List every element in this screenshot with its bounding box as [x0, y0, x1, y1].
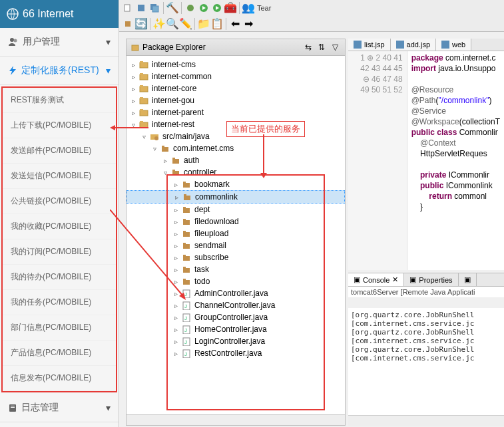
svg-rect-27 [140, 121, 143, 123]
folder-icon [149, 131, 160, 142]
pencil-icon[interactable]: ✏️ [180, 18, 192, 30]
svg-rect-67 [396, 41, 404, 49]
save-icon[interactable] [135, 2, 147, 14]
line-gutter: 1 ⊕ 2 40 41 42 43 44 45 ⊖ 46 47 48 49 50… [348, 51, 407, 270]
editor-tab[interactable]: list.jsp [348, 39, 391, 51]
svg-point-10 [187, 5, 194, 11]
tree-label: internet-rest [152, 120, 194, 129]
tree-node[interactable]: ▹internet-core [126, 82, 345, 94]
twisty-icon[interactable]: ▹ [129, 96, 137, 104]
twisty-icon[interactable]: ▿ [150, 144, 158, 152]
team-icon[interactable]: 👥 [242, 2, 254, 14]
twisty-icon[interactable]: ▿ [140, 132, 148, 140]
editor-body[interactable]: 1 ⊕ 2 40 41 42 43 44 45 ⊖ 46 47 48 49 50… [348, 51, 504, 270]
svg-point-29 [154, 136, 158, 140]
console-output[interactable]: [org.quartz.core.JobRunShell [com.intern… [348, 308, 504, 415]
nav-label: 定制化服务(REST) [21, 65, 99, 76]
folder-icon [138, 59, 149, 70]
console-tab[interactable]: ▣Console ✕ [348, 273, 404, 286]
collapse-all-icon[interactable]: ⇆ [302, 41, 314, 53]
team-label: Tear [257, 4, 271, 12]
sidebar-item-5[interactable]: 我的收藏(PC/MOBILE) [3, 214, 116, 239]
svg-rect-18 [140, 74, 148, 80]
project-tree[interactable]: 当前已提供的服务 ▹internet-cms▹internet-common▹i… [126, 56, 345, 414]
forward-icon[interactable]: ➡ [242, 18, 254, 30]
chevron-down-icon: ▾ [106, 65, 111, 76]
main-toolbar: 🔨 🧰 👥 Tear 🔄 ✨ 🔍 ✏️ 📁 📋 ⬅ ➡ [119, 0, 504, 32]
sidebar-item-11[interactable]: 信息发布(PC/MOBILE) [3, 366, 116, 391]
scrollbar-horizontal[interactable] [126, 414, 345, 425]
sidebar-item-10[interactable]: 产品信息(PC/MOBILE) [3, 341, 116, 366]
console-icon: ▣ [409, 275, 416, 284]
tab-label: web [452, 41, 465, 49]
sidebar-item-1[interactable]: 上传下载(PC/MOBILE) [3, 113, 116, 138]
nav-log-mgmt[interactable]: 日志管理 ▾ [0, 394, 119, 422]
tree-label: internet-core [152, 84, 196, 93]
tree-node[interactable]: ▹internet-gou [126, 94, 345, 106]
twisty-icon[interactable]: ▹ [129, 84, 137, 92]
tree-label: src/main/java [162, 132, 210, 141]
editor-area: list.jspadd.jspweb 1 ⊕ 2 40 41 42 43 44 … [348, 39, 504, 426]
tab-label: Console [363, 276, 389, 284]
brand-title: 66 Internet [23, 8, 74, 20]
twisty-icon[interactable]: ▹ [129, 72, 137, 80]
nav-custom-svc[interactable]: 定制化服务(REST) ▾ [0, 57, 119, 85]
sidebar-item-7[interactable]: 我的待办(PC/MOBILE) [3, 265, 116, 290]
editor-tab[interactable]: web [436, 39, 471, 51]
tree-node[interactable]: ▹auth [126, 154, 345, 166]
tab-label: list.jsp [364, 41, 385, 49]
console-tab-extra[interactable]: ▣ [459, 273, 477, 286]
folder-icon[interactable]: 📁 [198, 18, 210, 30]
twisty-icon[interactable]: ▿ [129, 120, 137, 128]
wand-icon[interactable]: ✨ [153, 18, 165, 30]
sidebar-item-6[interactable]: 我的订阅(PC/MOBILE) [3, 239, 116, 265]
sidebar: 66 Internet 用户管理 ▾ 定制化服务(REST) ▾ REST服务测… [0, 0, 119, 427]
tree-node[interactable]: ▹internet-cms [126, 59, 345, 71]
sidebar-item-4[interactable]: 公共链接(PC/MOBILE) [3, 189, 116, 214]
package-icon[interactable] [122, 18, 134, 30]
globe-icon [7, 8, 23, 20]
editor-tab[interactable]: add.jsp [391, 39, 436, 51]
view-menu-icon[interactable]: ▽ [329, 41, 341, 53]
run-icon[interactable] [198, 2, 210, 14]
sidebar-item-2[interactable]: 发送邮件(PC/MOBILE) [3, 138, 116, 164]
sidebar-item-0[interactable]: REST服务测试 [3, 88, 116, 113]
twisty-icon[interactable]: ▹ [129, 108, 137, 116]
console-tab[interactable]: ▣Properties [404, 273, 458, 286]
tree-label: com.internet.cms [173, 144, 234, 153]
back-icon[interactable]: ⬅ [229, 18, 241, 30]
tree-node[interactable]: ▹internet-parent [126, 106, 345, 118]
eclipse-ide: 🔨 🧰 👥 Tear 🔄 ✨ 🔍 ✏️ 📁 📋 ⬅ ➡ Package Expl… [119, 0, 504, 427]
sidebar-item-9[interactable]: 部门信息(PC/MOBILE) [3, 315, 116, 341]
brand-header: 66 Internet [0, 0, 119, 28]
search-icon[interactable]: 🔍 [166, 18, 178, 30]
svg-rect-6 [125, 5, 130, 11]
save-all-icon[interactable] [148, 2, 160, 14]
sidebar-item-3[interactable]: 发送短信(PC/MOBILE) [3, 164, 116, 189]
twisty-icon[interactable]: ▹ [161, 156, 169, 164]
refresh-icon[interactable]: 🔄 [135, 18, 147, 30]
svg-rect-25 [140, 109, 143, 111]
ext-tools-icon[interactable]: 🧰 [224, 2, 236, 14]
new-icon[interactable] [122, 2, 134, 14]
twisty-icon[interactable]: ▹ [129, 61, 137, 69]
folder-icon [138, 95, 149, 106]
svg-rect-32 [172, 159, 179, 164]
folder-icon [160, 143, 170, 154]
debug-icon[interactable] [184, 2, 196, 14]
svg-rect-14 [132, 45, 138, 51]
tree-node[interactable]: ▹internet-common [126, 71, 345, 82]
run-ext-icon[interactable] [211, 2, 223, 14]
code-content[interactable]: package com.internet.c import java.io.Un… [407, 51, 504, 270]
scrollbar-horizontal[interactable] [348, 415, 504, 426]
svg-rect-17 [140, 61, 143, 63]
hammer-icon[interactable]: 🔨 [166, 2, 178, 14]
task-icon[interactable]: 📋 [211, 18, 223, 30]
menu-items-box: REST服务测试上传下载(PC/MOBILE)发送邮件(PC/MOBILE)发送… [1, 86, 117, 392]
tree-node[interactable]: ▿com.internet.cms [126, 142, 345, 154]
svg-rect-4 [11, 406, 15, 406]
nav-user-mgmt[interactable]: 用户管理 ▾ [0, 28, 119, 57]
link-editor-icon[interactable]: ⇅ [316, 41, 328, 53]
svg-rect-3 [9, 404, 16, 412]
sidebar-item-8[interactable]: 我的任务(PC/MOBILE) [3, 290, 116, 315]
